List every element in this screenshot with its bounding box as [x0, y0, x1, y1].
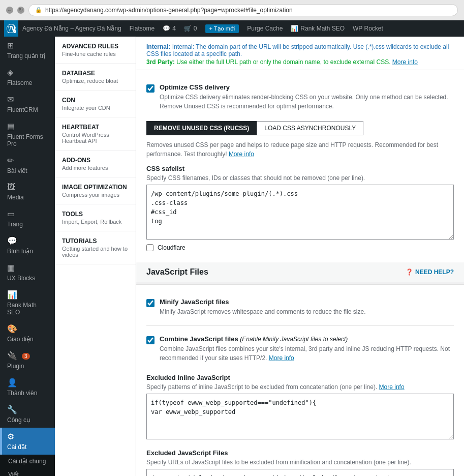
excluded-js-textarea[interactable]: /wp-content/plugins/ewww-image-optimizer… — [146, 469, 454, 476]
tools-icon: 🔧 — [7, 405, 17, 414]
css-more-info-link[interactable]: More info — [392, 58, 418, 66]
sidebar-item-users[interactable]: 👤 Thành viên — [0, 374, 55, 401]
sidebar-label-media: Media — [7, 194, 24, 201]
admin-bar-new[interactable]: + Tạo mới — [201, 20, 243, 37]
pm-title-advanced: ADVANCED RULES — [62, 43, 129, 50]
safelist-desc: Specify CSS filenames, IDs or classes th… — [146, 174, 454, 182]
minify-js-row: Minify JavaScript files Minify JavaScrip… — [146, 293, 454, 321]
sidebar-item-fluentforms[interactable]: ▤ Fluent Forms Pro — [0, 117, 55, 152]
cloudflare-checkbox[interactable] — [146, 244, 153, 251]
btn-load-async[interactable]: LOAD CSS ASYNCHRONOUSLY — [257, 121, 363, 135]
plugin-menu-database[interactable]: DATABASE Optimize, reduce bloat — [55, 64, 136, 91]
css-method-buttons: REMOVE UNUSED CSS (RUCSS) LOAD CSS ASYNC… — [146, 121, 454, 135]
admin-bar-wprocket[interactable]: WP Rocket — [349, 20, 387, 37]
reload-button[interactable]: ↻ — [17, 7, 24, 14]
css-internal-note: Internal: Internal: The domain part of t… — [146, 43, 454, 57]
safelist-textarea[interactable]: /wp-content/plugins/some-plugin/(.*).css… — [146, 185, 454, 240]
pm-title-cdn: CDN — [62, 97, 129, 104]
submenu-writing[interactable]: Viết — [0, 468, 55, 476]
plugin-menu-tutorials[interactable]: TUTORIALS Getting started and how to vid… — [55, 231, 136, 264]
excluded-inline-textarea[interactable]: if(typeof ewww_webp_supported==="undefin… — [146, 394, 454, 439]
wp-logo[interactable] — [4, 20, 18, 37]
wprocket-label: WP Rocket — [353, 25, 383, 32]
safelist-label: CSS safelist — [146, 165, 454, 172]
rucss-more-link[interactable]: More info — [229, 151, 254, 158]
excluded-inline-more[interactable]: More info — [379, 383, 405, 391]
flatsome-label: Flatsome — [130, 25, 154, 32]
rankmath-sidebar-icon: 📊 — [7, 290, 17, 300]
plugin-menu-advanced-rules[interactable]: ADVANCED RULES Fine-tune cache rules — [55, 37, 136, 64]
admin-bar-rankmath[interactable]: 📊 Rank Math SEO — [287, 20, 349, 37]
combine-more-link[interactable]: More info — [269, 354, 294, 362]
submenu-general[interactable]: Cài đặt chung — [0, 455, 55, 468]
back-button[interactable]: ← — [6, 7, 13, 14]
btn-remove-unused-css[interactable]: REMOVE UNUSED CSS (RUCSS) — [146, 121, 257, 135]
rankmath-label: Rank Math SEO — [300, 25, 345, 32]
plugin-menu-heartbeat[interactable]: HEARTBEAT Control WordPress Heartbeat AP… — [55, 117, 136, 151]
browser-bar: ← ↻ 🔒 https://agencydanang.com/wp-admin/… — [0, 0, 464, 20]
lock-icon: 🔒 — [35, 7, 42, 13]
optimize-css-row: Optimize CSS delivery Optimize CSS deliv… — [146, 78, 454, 116]
sidebar-item-flatsome[interactable]: ◈ Flatsome — [0, 64, 55, 91]
admin-bar-comments[interactable]: 💬 4 — [159, 20, 180, 37]
pm-desc-advanced: Fine-tune cache rules — [62, 51, 129, 57]
cloudflare-label[interactable]: Cloudflare — [158, 244, 185, 251]
optimize-css-checkbox[interactable] — [146, 84, 154, 93]
js-minify-section: Minify JavaScript files Minify JavaScrip… — [136, 284, 464, 476]
admin-bar-wc[interactable]: 🛒 0 — [180, 20, 201, 37]
plugin-menu-imageopt[interactable]: IMAGE OPTIMIZATION Compress your images — [55, 177, 136, 204]
sidebar-item-dashboard[interactable]: ⊞ Trang quản trị — [0, 37, 55, 64]
combine-js-italic: (Enable Minify JavaScript files to selec… — [240, 336, 348, 343]
pm-title-tutorials: TUTORIALS — [62, 237, 129, 245]
excluded-js-desc: Specify URLs of JavaScript files to be e… — [146, 459, 454, 466]
sidebar-label-dashboard: Trang quản trị — [7, 52, 45, 60]
comments-count: 4 — [172, 25, 176, 32]
plugin-sidebar: ADVANCED RULES Fine-tune cache rules DAT… — [55, 37, 136, 476]
plugin-menu-cdn[interactable]: CDN Integrate your CDN — [55, 91, 136, 117]
css-notes-section: Internal: Internal: The domain part of t… — [136, 37, 464, 70]
pm-title-heartbeat: HEARTBEAT — [62, 124, 129, 131]
fluentcrm-icon: ✉ — [7, 95, 14, 104]
sidebar-item-rankmath[interactable]: 📊 Rank Math SEO — [0, 286, 55, 320]
wp-admin-bar: Agency Đà Nẵng – Agency Đà Nẵng Flatsome… — [0, 20, 464, 37]
sidebar-item-tools[interactable]: 🔧 Công cụ — [0, 401, 55, 428]
combine-js-checkbox[interactable] — [146, 336, 154, 344]
css-3rdparty-note: 3rd Party: Use either the full URL path … — [146, 58, 454, 66]
excluded-inline-section: Excluded Inline JavaScript Specify patte… — [146, 374, 454, 441]
sidebar-item-fluentcrm[interactable]: ✉ FluentCRM — [0, 91, 55, 117]
sidebar-item-uxblocks[interactable]: ▦ UX Blocks — [0, 259, 55, 286]
pm-desc-addons: Add more features — [62, 165, 129, 171]
sidebar-item-appearance[interactable]: 🎨 Giao diện — [0, 320, 55, 347]
css-safelist-section: CSS safelist Specify CSS filenames, IDs … — [146, 165, 454, 241]
sidebar-item-pages[interactable]: ▭ Trang — [0, 205, 55, 232]
pm-title-imageopt: IMAGE OPTIMIZATION — [62, 184, 129, 191]
sidebar-label-pages: Trang — [7, 221, 23, 228]
sidebar-label-flatsome: Flatsome — [7, 79, 32, 86]
rankmath-icon: 📊 — [291, 25, 298, 32]
pm-desc-cdn: Integrate your CDN — [62, 105, 129, 111]
need-help-link[interactable]: ❓ NEED HELP? — [406, 269, 454, 276]
main-content: Internal: Internal: The domain part of t… — [136, 37, 464, 476]
url-bar[interactable]: 🔒 https://agencydanang.com/wp-admin/opti… — [28, 4, 458, 16]
appearance-icon: 🎨 — [7, 324, 17, 334]
admin-bar-purge[interactable]: Purge Cache — [243, 20, 287, 37]
sidebar-item-comments[interactable]: 💬 Bình luận — [0, 232, 55, 259]
combine-js-row: Combine JavaScript files (Enable Minify … — [146, 330, 454, 368]
sidebar-label-fluentforms: Fluent Forms Pro — [7, 133, 50, 147]
posts-icon: ✏ — [7, 156, 14, 165]
minify-js-checkbox[interactable] — [146, 299, 154, 307]
help-icon: ❓ — [406, 269, 413, 276]
admin-bar-site[interactable]: Agency Đà Nẵng – Agency Đà Nẵng — [18, 20, 126, 37]
pm-title-tools: TOOLS — [62, 211, 129, 218]
site-name: Agency Đà Nẵng – Agency Đà Nẵng — [22, 25, 121, 32]
sidebar-item-plugins[interactable]: 🔌 3 Plugin — [0, 347, 55, 374]
plugin-menu-tools[interactable]: TOOLS Import, Export, Rollback — [55, 204, 136, 231]
sidebar-item-posts[interactable]: ✏ Bài viết — [0, 152, 55, 178]
plugins-badge: 3 — [22, 353, 30, 360]
sidebar-item-media[interactable]: 🖼 Media — [0, 178, 55, 205]
sidebar-label-rankmath: Rank Math SEO — [7, 302, 50, 316]
sidebar-item-settings[interactable]: ⚙ Cài đặt — [0, 428, 55, 455]
admin-bar-flatsome[interactable]: Flatsome — [126, 20, 159, 37]
plugin-menu-addons[interactable]: ADD-ONS Add more features — [55, 151, 136, 177]
rucss-desc: Removes unused CSS per page and helps to… — [146, 140, 454, 159]
